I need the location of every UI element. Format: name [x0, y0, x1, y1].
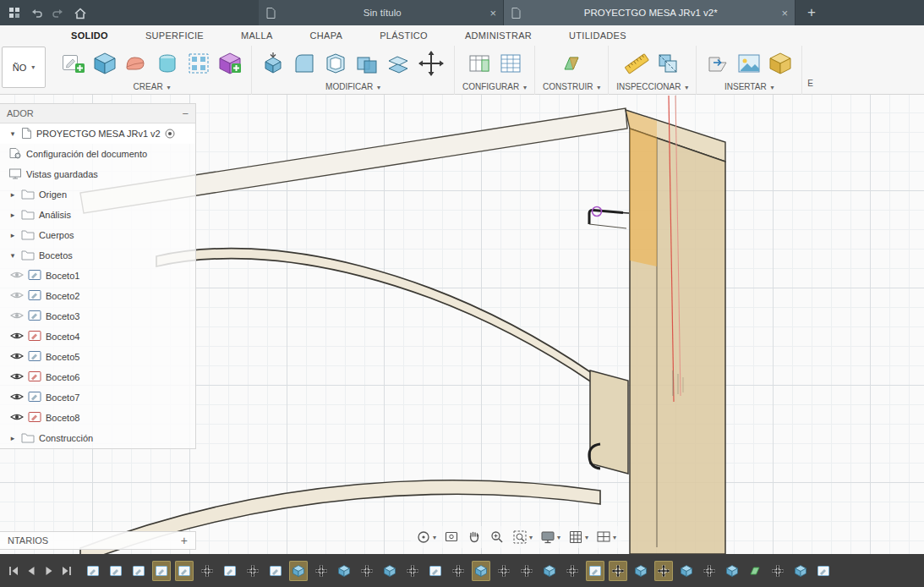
ribbon-tab-malla[interactable]: MALLA: [222, 25, 292, 46]
timeline-feature-construct[interactable]: [746, 561, 764, 581]
move-icon[interactable]: [416, 48, 446, 79]
chevron-right-icon[interactable]: ▸: [8, 434, 17, 442]
timeline-feature-move[interactable]: [198, 561, 216, 581]
timeline-feature-sketch[interactable]: [175, 561, 194, 581]
visibility-eye-icon[interactable]: [10, 371, 24, 383]
browser-item-boceto4[interactable]: Boceto4: [0, 326, 195, 347]
chevron-down-icon[interactable]: ▾: [8, 251, 17, 260]
primitive-plus-icon[interactable]: [216, 50, 243, 77]
visibility-eye-icon[interactable]: [10, 351, 24, 363]
section-analysis-icon[interactable]: [654, 50, 681, 77]
timeline-feature-move[interactable]: [449, 561, 467, 581]
ribbon-tab-superficie[interactable]: SUPERFICIE: [127, 25, 222, 46]
browser-item-boceto6[interactable]: Boceto6: [0, 367, 195, 387]
timeline-feature-sketch[interactable]: [107, 561, 125, 581]
timeline-feature-sketch[interactable]: [266, 561, 285, 581]
browser-header[interactable]: ADOR −: [0, 104, 195, 123]
timeline-feature-sketch[interactable]: [586, 561, 604, 581]
timeline-feature-move[interactable]: [563, 561, 582, 581]
browser-item-origen[interactable]: ▸Origen: [0, 184, 195, 205]
fillet-icon[interactable]: [291, 50, 318, 77]
collapse-icon[interactable]: −: [182, 107, 189, 120]
ribbon-tab-administrar[interactable]: ADMINISTRAR: [446, 25, 550, 46]
primitive-box-icon[interactable]: [91, 50, 118, 77]
timeline-feature-extrude[interactable]: [677, 561, 696, 581]
data-panel-icon[interactable]: [5, 3, 24, 22]
skip-to-start-icon[interactable]: [7, 564, 20, 578]
ribbon-group-label[interactable]: CREAR ▾: [134, 82, 171, 91]
timeline-feature-extrude[interactable]: [723, 561, 741, 581]
browser-item-boceto8[interactable]: Boceto8: [0, 408, 195, 428]
visibility-eye-icon[interactable]: [10, 310, 24, 322]
timeline-feature-extrude[interactable]: [631, 561, 650, 581]
ribbon-tab-chapa[interactable]: CHAPA: [292, 25, 362, 46]
document-tab[interactable]: Sin título×: [259, 0, 504, 25]
browser-item-boceto7[interactable]: Boceto7: [0, 387, 195, 408]
orbit-icon[interactable]: ▾: [413, 529, 439, 546]
canvas-icon[interactable]: [735, 50, 763, 77]
pattern-icon[interactable]: [185, 50, 212, 77]
ribbon-group-label[interactable]: INSERTAR ▾: [724, 82, 774, 91]
timeline-feature-move[interactable]: [495, 561, 513, 581]
browser-item-vistas guardadas[interactable]: Vistas guardadas: [0, 164, 195, 184]
zoom-icon[interactable]: [487, 529, 507, 546]
timeline-feature-sketch[interactable]: [814, 561, 833, 581]
timeline-feature-move[interactable]: [700, 561, 719, 581]
viewport[interactable]: ADOR − ▾ PROYECTGO MESA JRv1 v2 Configur…: [0, 95, 924, 554]
create-sketch-icon[interactable]: [60, 50, 87, 77]
offset-face-icon[interactable]: [385, 50, 412, 77]
configure-icon[interactable]: [466, 50, 493, 77]
ribbon-group-label[interactable]: MODIFICAR ▾: [325, 82, 380, 91]
visibility-eye-icon[interactable]: [10, 331, 24, 343]
timeline-feature-move[interactable]: [243, 561, 262, 581]
construct-plane-icon[interactable]: [558, 50, 585, 77]
browser-root-item[interactable]: ▾ PROYECTGO MESA JRv1 v2: [0, 123, 195, 144]
redo-icon[interactable]: [49, 3, 68, 22]
step-forward-icon[interactable]: [42, 564, 56, 578]
browser-item-boceto5[interactable]: Boceto5: [0, 347, 195, 367]
browser-item-boceto3[interactable]: Boceto3: [0, 306, 195, 326]
form-icon[interactable]: [123, 50, 150, 77]
combine-icon[interactable]: [353, 50, 380, 77]
timeline-feature-sketch[interactable]: [426, 561, 445, 581]
add-comment-button[interactable]: +: [181, 534, 188, 547]
timeline-feature-move[interactable]: [654, 561, 673, 581]
ribbon-group-label[interactable]: INSPECCIONAR ▾: [616, 82, 688, 91]
chevron-down-icon[interactable]: ▾: [8, 129, 17, 138]
timeline-feature-sketch[interactable]: [129, 561, 148, 581]
timeline-feature-extrude[interactable]: [472, 561, 490, 581]
close-icon[interactable]: ×: [489, 7, 496, 19]
browser-item-cuerpos[interactable]: ▸Cuerpos: [0, 225, 195, 245]
browser-item-boceto2[interactable]: Boceto2: [0, 286, 195, 306]
measure-icon[interactable]: [623, 50, 650, 77]
display-settings-icon[interactable]: ▾: [538, 529, 563, 546]
timeline-feature-move[interactable]: [312, 561, 331, 581]
revolve-icon[interactable]: [154, 50, 181, 77]
workspace-selector[interactable]: ÑO ▾: [2, 47, 46, 88]
activate-radio[interactable]: [165, 129, 175, 139]
chevron-right-icon[interactable]: ▸: [8, 231, 17, 239]
insert-part-icon[interactable]: [767, 50, 794, 77]
skip-to-end-icon[interactable]: [60, 564, 74, 578]
visibility-eye-icon[interactable]: [10, 290, 24, 302]
grid-settings-icon[interactable]: ▾: [566, 529, 591, 546]
timeline-feature-move[interactable]: [517, 561, 536, 581]
configuration-table-icon[interactable]: [497, 50, 524, 77]
timeline-feature-extrude[interactable]: [289, 561, 308, 581]
visibility-eye-icon[interactable]: [10, 270, 24, 282]
fit-icon[interactable]: ▾: [510, 529, 535, 546]
ribbon-tab-solido[interactable]: SOLIDO: [52, 25, 127, 46]
ribbon-tab-utilidades[interactable]: UTILIDADES: [550, 25, 645, 46]
browser-item-construcción[interactable]: ▸Construcción: [0, 428, 195, 448]
browser-item-bocetos[interactable]: ▾Bocetos: [0, 245, 195, 266]
timeline-feature-move[interactable]: [768, 561, 787, 581]
document-tab[interactable]: PROYECTGO MESA JRv1 v2*×: [504, 0, 796, 25]
close-icon[interactable]: ×: [781, 7, 788, 19]
look-at-icon[interactable]: [441, 529, 462, 546]
undo-icon[interactable]: [27, 3, 46, 22]
browser-item-boceto1[interactable]: Boceto1: [0, 266, 195, 286]
timeline-feature-extrude[interactable]: [540, 561, 559, 581]
timeline-feature-move[interactable]: [403, 561, 422, 581]
chevron-right-icon[interactable]: ▸: [8, 211, 17, 219]
browser-item-configuración del documento[interactable]: Configuración del documento: [0, 144, 195, 164]
